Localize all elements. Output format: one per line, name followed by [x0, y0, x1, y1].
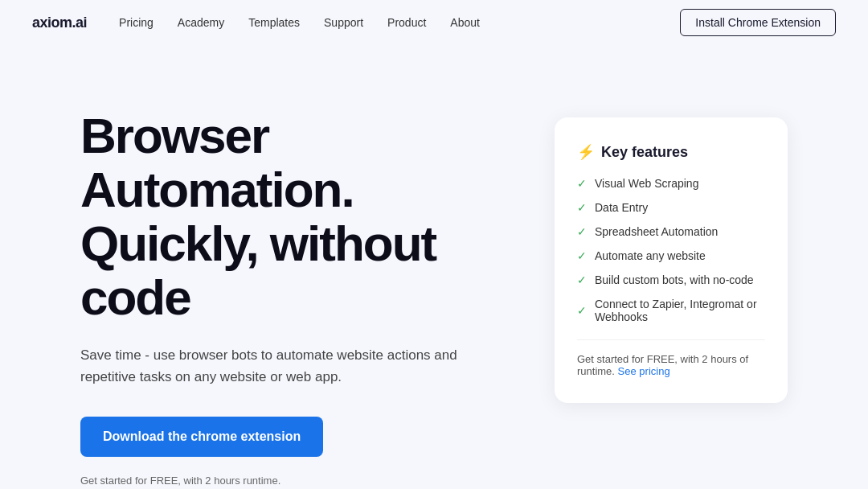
download-chrome-extension-button[interactable]: Download the chrome extension [80, 417, 323, 457]
hero-subtitle: Save time - use browser bots to automate… [80, 344, 498, 388]
check-icon-4: ✓ [577, 249, 587, 262]
logo[interactable]: axiom.ai [32, 14, 87, 31]
install-chrome-extension-button[interactable]: Install Chrome Extension [680, 9, 836, 36]
see-pricing-link[interactable]: See pricing [618, 365, 670, 377]
check-icon-2: ✓ [577, 201, 587, 214]
features-title: Key features [601, 144, 688, 161]
feature-item-2: ✓ Data Entry [577, 201, 765, 214]
nav-link-templates[interactable]: Templates [248, 16, 300, 29]
hero-content: Browser Automation. Quickly, without cod… [80, 109, 555, 489]
nav-link-academy[interactable]: Academy [178, 16, 224, 29]
nav-link-about[interactable]: About [450, 16, 480, 29]
navbar: axiom.ai Pricing Academy Templates Suppo… [0, 0, 868, 45]
nav-link-product[interactable]: Product [387, 16, 426, 29]
check-icon-6: ✓ [577, 304, 587, 317]
hero-section: Browser Automation. Quickly, without cod… [0, 45, 868, 489]
lightning-icon: ⚡ [577, 143, 595, 161]
feature-item-6: ✓ Connect to Zapier, Integromat or Webho… [577, 298, 765, 323]
nav-links: Pricing Academy Templates Support Produc… [119, 16, 680, 29]
check-icon-1: ✓ [577, 177, 587, 190]
check-icon-3: ✓ [577, 225, 587, 238]
features-card: ⚡ Key features ✓ Visual Web Scraping ✓ D… [555, 117, 788, 403]
feature-item-5: ✓ Build custom bots, with no-code [577, 273, 765, 286]
feature-item-4: ✓ Automate any website [577, 249, 765, 262]
check-icon-5: ✓ [577, 273, 587, 286]
feature-item-1: ✓ Visual Web Scraping [577, 177, 765, 190]
hero-free-text: Get started for FREE, with 2 hours runti… [80, 475, 522, 487]
hero-title: Browser Automation. Quickly, without cod… [80, 109, 522, 325]
features-card-title: ⚡ Key features [577, 143, 765, 161]
nav-link-support[interactable]: Support [324, 16, 363, 29]
feature-item-3: ✓ Spreadsheet Automation [577, 225, 765, 238]
nav-link-pricing[interactable]: Pricing [119, 16, 154, 29]
features-footer: Get started for FREE, with 2 hours of ru… [577, 339, 765, 377]
